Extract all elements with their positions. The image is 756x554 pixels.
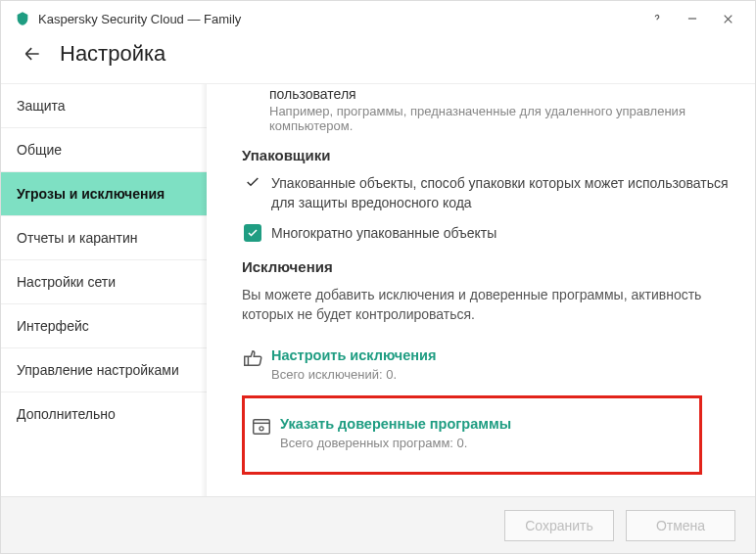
- sidebar-item-additional[interactable]: Дополнительно: [1, 392, 207, 436]
- sidebar: Защита Общие Угрозы и исключения Отчеты …: [1, 83, 207, 496]
- window-title: Kaspersky Security Cloud — Family: [38, 12, 241, 26]
- save-button[interactable]: Сохранить: [504, 510, 614, 541]
- content-pane: пользователя Например, программы, предна…: [207, 83, 755, 496]
- svg-point-1: [260, 427, 263, 431]
- footer: Сохранить Отмена: [1, 496, 755, 553]
- section-packers: Упаковщики: [242, 147, 730, 163]
- cancel-button[interactable]: Отмена: [626, 510, 735, 541]
- check-icon: [242, 173, 263, 190]
- exclusions-desc: Вы можете добавить исключения и доверенн…: [242, 285, 730, 325]
- packers-item-1-label: Упакованные объекты, способ упаковки кот…: [271, 173, 730, 213]
- packers-item-2-label: Многократно упакованные объекты: [271, 223, 730, 243]
- sidebar-item-threats-exclusions[interactable]: Угрозы и исключения: [1, 172, 207, 216]
- checkbox-checked-icon[interactable]: [242, 223, 263, 242]
- thumbs-up-icon: [242, 347, 271, 369]
- packers-item-1[interactable]: Упакованные объекты, способ упаковки кот…: [242, 173, 730, 213]
- back-button[interactable]: [19, 40, 46, 68]
- sidebar-item-general[interactable]: Общие: [1, 128, 207, 172]
- close-button[interactable]: [710, 4, 745, 33]
- trusted-programs-row: Указать доверенные программы Всего довер…: [251, 408, 689, 460]
- trusted-programs-link[interactable]: Указать доверенные программы: [280, 416, 511, 432]
- minimize-button[interactable]: [675, 4, 710, 33]
- user-subtitle: пользователя: [242, 86, 730, 102]
- sidebar-item-manage-settings[interactable]: Управление настройками: [1, 348, 207, 392]
- section-exclusions: Исключения: [242, 258, 730, 275]
- trusted-programs-meta: Всего доверенных программ: 0.: [280, 436, 511, 450]
- page-header: Настройка: [1, 36, 755, 83]
- user-desc: Например, программы, предназначенные для…: [242, 104, 730, 133]
- user-subblock: пользователя Например, программы, предна…: [242, 86, 730, 133]
- help-button[interactable]: [639, 4, 675, 33]
- sidebar-item-network[interactable]: Настройки сети: [1, 260, 207, 304]
- titlebar: Kaspersky Security Cloud — Family: [1, 1, 755, 36]
- app-logo-icon: [15, 11, 30, 26]
- page-title: Настройка: [60, 41, 165, 67]
- sidebar-item-reports-quarantine[interactable]: Отчеты и карантин: [1, 216, 207, 260]
- configure-exclusions-meta: Всего исключений: 0.: [271, 367, 436, 382]
- configure-exclusions-link[interactable]: Настроить исключения: [271, 347, 436, 363]
- window-icon: [251, 416, 280, 438]
- configure-exclusions-row: Настроить исключения Всего исключений: 0…: [242, 340, 730, 392]
- sidebar-item-protection[interactable]: Защита: [1, 84, 207, 128]
- packers-item-2[interactable]: Многократно упакованные объекты: [242, 223, 730, 243]
- trusted-programs-highlight: Указать доверенные программы Всего довер…: [242, 395, 702, 475]
- sidebar-item-interface[interactable]: Интерфейс: [1, 304, 207, 348]
